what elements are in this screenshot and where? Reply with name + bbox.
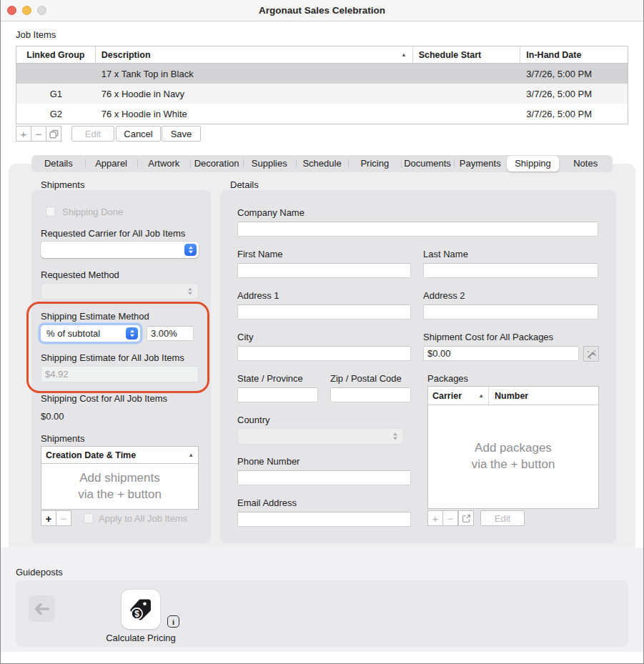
packages-table-header: Carrier ▲ Number [428, 387, 598, 405]
calculate-pricing-button[interactable]: $ [122, 590, 160, 629]
guideposts-label: Guideposts [16, 567, 63, 578]
city-label: City [237, 332, 253, 342]
minus-icon: − [61, 512, 67, 525]
duplicate-job-item-button[interactable] [46, 126, 61, 142]
shipment-cost-field[interactable] [423, 346, 579, 361]
column-header-carrier[interactable]: Carrier ▲ [428, 387, 489, 405]
app-window: Argonaut Sales Celebration Job Items Lin… [0, 0, 644, 664]
edit-job-item-button[interactable]: Edit [71, 126, 114, 142]
sort-ascending-icon: ▲ [189, 452, 194, 458]
phone-label: Phone Number [237, 456, 299, 467]
company-name-field[interactable] [237, 222, 598, 237]
first-name-label: First Name [237, 249, 283, 259]
estimate-method-select[interactable]: % of subtotal [41, 325, 140, 342]
sort-ascending-icon: ▲ [401, 51, 406, 58]
add-shipment-button[interactable]: + [41, 510, 56, 526]
sort-ascending-icon: ▲ [479, 392, 484, 399]
column-header-linked-group[interactable]: Linked Group [16, 46, 96, 63]
tab-notes[interactable]: Notes [559, 156, 612, 172]
estimate-value-field [41, 366, 199, 382]
job-items-section-label: Job Items [16, 29, 56, 40]
tab-pricing[interactable]: Pricing [348, 156, 401, 172]
email-field[interactable] [237, 512, 411, 527]
bottom-strip [0, 652, 644, 664]
tab-schedule[interactable]: Schedule [296, 156, 349, 172]
shipping-done-label: Shipping Done [62, 207, 123, 217]
city-field[interactable] [237, 346, 411, 361]
price-tag-icon: $ [127, 596, 154, 623]
shipping-cost-value: $0.00 [41, 411, 64, 422]
remove-shipment-button: − [56, 510, 71, 526]
zip-field[interactable] [330, 387, 411, 402]
plus-icon: + [432, 512, 439, 525]
svg-text:$: $ [134, 608, 139, 618]
column-header-number[interactable]: Number [489, 387, 534, 405]
add-job-item-button[interactable]: + [16, 126, 31, 142]
popup-chevrons-icon [126, 327, 138, 340]
job-items-table-header: Linked Group Description▲ Schedule Start… [16, 46, 628, 64]
address1-label: Address 1 [237, 290, 279, 301]
cancel-button[interactable]: Cancel [116, 126, 161, 142]
add-package-button[interactable]: + [427, 510, 443, 526]
remove-job-item-button[interactable]: − [31, 126, 46, 142]
magic-wand-icon [586, 349, 597, 360]
estimate-rate-field[interactable] [147, 326, 194, 341]
column-header-schedule-start[interactable]: Schedule Start [413, 46, 521, 63]
plus-icon: + [46, 512, 52, 525]
popup-chevrons-icon [392, 432, 398, 440]
table-row[interactable]: G1 76 x Hoodie in Navy 3/7/26, 5:00 PM [16, 84, 628, 104]
open-package-window-button[interactable] [458, 510, 474, 526]
estimate-method-label: Shipping Estimate Method [41, 311, 149, 322]
details-group-label: Details [230, 179, 259, 190]
edit-package-button: Edit [480, 510, 525, 526]
titlebar: Argonaut Sales Celebration [0, 0, 644, 21]
first-name-field[interactable] [237, 263, 411, 278]
country-select [237, 428, 404, 445]
guideposts-back-button[interactable] [29, 595, 55, 622]
address2-label: Address 2 [423, 290, 465, 301]
plus-icon: + [21, 128, 27, 140]
tab-shipping[interactable]: Shipping [507, 156, 560, 172]
state-field[interactable] [237, 387, 318, 402]
address1-field[interactable] [237, 304, 411, 319]
shipments-table: Creation Date & Time ▲ Add shipments via… [41, 446, 199, 510]
info-icon[interactable]: i [167, 615, 179, 628]
table-row[interactable]: 17 x Tank Top in Black 3/7/26, 5:00 PM [16, 64, 628, 84]
shipments-table-label: Shipments [41, 433, 84, 444]
shipments-table-header[interactable]: Creation Date & Time ▲ [41, 447, 198, 464]
tab-details[interactable]: Details [32, 156, 85, 172]
duplicate-icon [49, 129, 59, 139]
packages-placeholder: Add packages via the + button [428, 405, 598, 508]
minus-icon: − [447, 512, 454, 525]
calculate-pricing-label: Calculate Pricing [98, 633, 184, 643]
tab-apparel[interactable]: Apparel [85, 156, 138, 172]
tab-payments[interactable]: Payments [454, 156, 507, 172]
estimate-all-label: Shipping Estimate for All Job Items [41, 352, 184, 363]
tab-artwork[interactable]: Artwork [137, 156, 190, 172]
requested-carrier-select[interactable] [41, 242, 199, 258]
column-header-description[interactable]: Description▲ [96, 46, 413, 63]
back-arrow-icon [34, 603, 50, 615]
shipping-cost-label: Shipping Cost for All Job Items [41, 393, 167, 404]
shipment-cost-label: Shipment Cost for All Packages [423, 332, 553, 342]
shipping-done-checkbox [46, 207, 56, 217]
packages-table-label: Packages [427, 373, 468, 384]
address2-field[interactable] [423, 304, 598, 319]
apply-all-checkbox [84, 513, 94, 523]
phone-field[interactable] [237, 470, 411, 485]
column-header-in-hand-date[interactable]: In-Hand Date [520, 46, 628, 63]
save-button[interactable]: Save [162, 126, 201, 142]
shipments-placeholder: Add shipments via the + button [41, 464, 198, 509]
tab-supplies[interactable]: Supplies [243, 156, 296, 172]
last-name-field[interactable] [423, 263, 598, 278]
tab-documents[interactable]: Documents [401, 156, 454, 172]
tab-decoration[interactable]: Decoration [190, 156, 243, 172]
tab-bar: Details Apparel Artwork Decoration Suppl… [31, 155, 613, 172]
calculate-shipment-cost-button[interactable] [583, 346, 599, 362]
minus-icon: − [36, 128, 42, 140]
email-label: Email Address [237, 497, 297, 508]
estimate-method-value: % of subtotal [46, 328, 100, 339]
window-title: Argonaut Sales Celebration [0, 5, 644, 16]
open-external-icon [462, 514, 471, 523]
table-row[interactable]: G2 76 x Hoodie in White 3/7/26, 5:00 PM [16, 104, 628, 124]
